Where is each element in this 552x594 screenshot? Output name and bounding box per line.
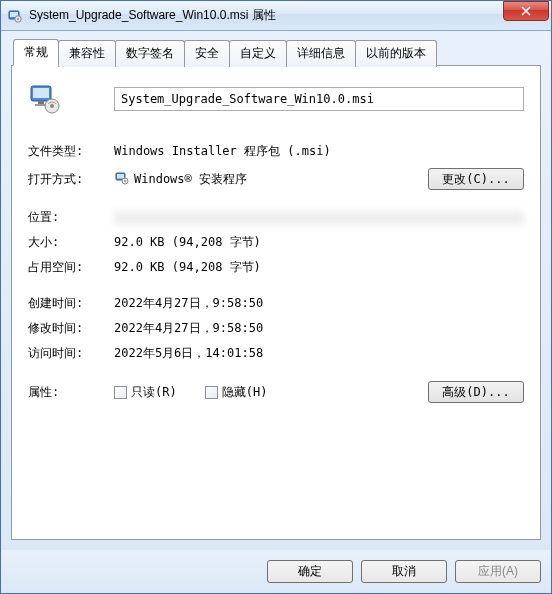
apply-button[interactable]: 应用(A) <box>455 560 541 583</box>
hidden-label: 隐藏(H) <box>222 384 268 401</box>
installer-icon <box>114 170 130 189</box>
attributes-label: 属性: <box>28 384 114 401</box>
general-panel: 文件类型: Windows Installer 程序包 (.msi) 打开方式:… <box>11 65 541 540</box>
close-button[interactable] <box>503 1 549 21</box>
hidden-checkbox-wrap[interactable]: 隐藏(H) <box>205 384 268 401</box>
advanced-button-label: 高级(D)... <box>442 384 509 401</box>
change-button[interactable]: 更改(C)... <box>428 168 524 190</box>
modified-label: 修改时间: <box>28 320 114 337</box>
cancel-button[interactable]: 取消 <box>361 560 447 583</box>
separator <box>28 284 524 285</box>
separator <box>28 132 524 133</box>
ondisk-label: 占用空间: <box>28 259 114 276</box>
created-label: 创建时间: <box>28 295 114 312</box>
location-label: 位置: <box>28 209 114 226</box>
openswith-value: Windows® 安装程序 <box>134 171 247 188</box>
separator <box>28 370 524 371</box>
ok-button[interactable]: 确定 <box>267 560 353 583</box>
size-label: 大小: <box>28 234 114 251</box>
size-value: 92.0 KB (94,208 字节) <box>114 234 524 251</box>
advanced-button[interactable]: 高级(D)... <box>428 381 524 403</box>
msi-large-icon <box>28 82 62 116</box>
modified-value: 2022年4月27日，9:58:50 <box>114 320 524 337</box>
tab-details[interactable]: 详细信息 <box>286 40 356 67</box>
created-value: 2022年4月27日，9:58:50 <box>114 295 524 312</box>
readonly-label: 只读(R) <box>131 384 177 401</box>
separator <box>28 198 524 199</box>
hidden-checkbox[interactable] <box>205 386 218 399</box>
accessed-label: 访问时间: <box>28 345 114 362</box>
svg-point-9 <box>50 104 54 108</box>
dialog-button-bar: 确定 取消 应用(A) <box>1 550 551 593</box>
tab-compatibility[interactable]: 兼容性 <box>58 40 116 67</box>
location-value <box>114 211 524 225</box>
tab-general[interactable]: 常规 <box>13 39 59 66</box>
window-title: System_Upgrade_Software_Win10.0.msi 属性 <box>29 7 503 24</box>
svg-rect-5 <box>33 88 49 98</box>
msi-file-icon <box>7 8 23 24</box>
tab-custom[interactable]: 自定义 <box>229 40 287 67</box>
readonly-checkbox[interactable] <box>114 386 127 399</box>
filetype-value: Windows Installer 程序包 (.msi) <box>114 143 524 160</box>
filetype-label: 文件类型: <box>28 143 114 160</box>
svg-point-3 <box>17 18 19 20</box>
filename-input[interactable] <box>114 87 524 111</box>
tabstrip: 常规 兼容性 数字签名 安全 自定义 详细信息 以前的版本 <box>11 39 541 66</box>
change-button-label: 更改(C)... <box>442 171 509 188</box>
accessed-value: 2022年5月6日，14:01:58 <box>114 345 524 362</box>
tab-digital-signature[interactable]: 数字签名 <box>115 40 185 67</box>
readonly-checkbox-wrap[interactable]: 只读(R) <box>114 384 177 401</box>
titlebar: System_Upgrade_Software_Win10.0.msi 属性 <box>1 1 551 31</box>
tab-security[interactable]: 安全 <box>184 40 230 67</box>
ondisk-value: 92.0 KB (94,208 字节) <box>114 259 524 276</box>
svg-point-13 <box>124 180 126 182</box>
openswith-label: 打开方式: <box>28 171 114 188</box>
close-icon <box>521 6 531 16</box>
dialog-body: 常规 兼容性 数字签名 安全 自定义 详细信息 以前的版本 <box>1 31 551 550</box>
tab-previous-versions[interactable]: 以前的版本 <box>355 40 437 67</box>
svg-rect-11 <box>117 174 124 179</box>
svg-rect-6 <box>38 101 44 104</box>
